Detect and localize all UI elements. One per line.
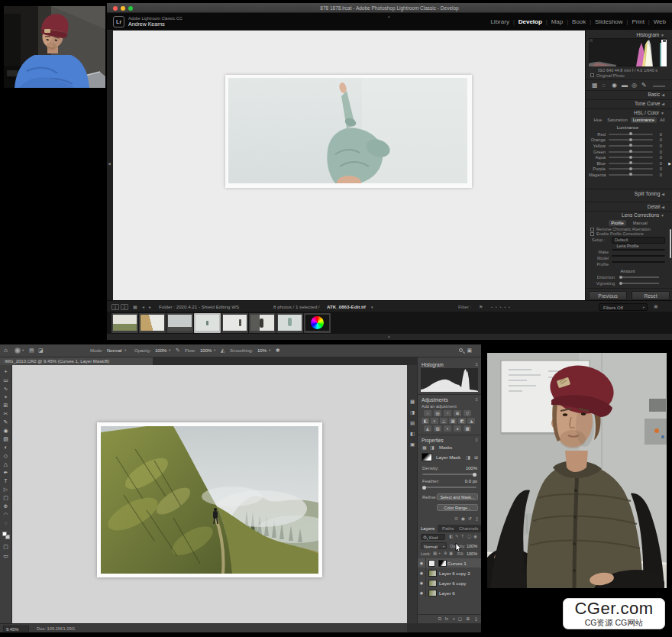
enable-profile-checkbox[interactable]	[590, 232, 594, 236]
document-canvas[interactable]	[12, 365, 407, 623]
mode-value[interactable]: Normal	[107, 348, 121, 353]
filter-type-icon[interactable]: ◉	[473, 535, 477, 539]
opacity-value[interactable]: 100%	[155, 348, 166, 353]
pixel-mask-icon[interactable]: ▦	[422, 445, 427, 450]
brush-preset-dropdown-icon[interactable]: ▾	[22, 349, 24, 353]
histogram-panel-title[interactable]: Histogram	[422, 362, 444, 367]
lens-tab-manual[interactable]: Manual	[631, 220, 650, 226]
hand-tool-icon[interactable]: ◠	[0, 512, 11, 518]
vector-mask-icon[interactable]: ◨	[430, 445, 435, 450]
module-slideshow[interactable]: Slideshow	[595, 18, 622, 25]
filter-type-icon[interactable]: ✎	[455, 535, 459, 539]
filmstrip-thumb-1[interactable]	[111, 313, 138, 333]
mask-apply-icon[interactable]: ◉	[461, 516, 465, 521]
add-mask-icon[interactable]: ▢	[458, 617, 462, 622]
distortion-slider[interactable]	[619, 276, 659, 278]
filename-dropdown-icon[interactable]: ▾	[371, 306, 373, 309]
smoothing-dropdown-icon[interactable]: ▾	[269, 349, 270, 353]
adjustment-icon[interactable]: △	[440, 418, 447, 424]
layer-mask-thumb[interactable]	[438, 560, 447, 567]
red-slider[interactable]	[609, 134, 653, 135]
lock-option-icon[interactable]: ⊕	[444, 551, 447, 556]
adjustment-icon[interactable]: ◮	[467, 418, 475, 424]
mask-option-icon[interactable]: ◨	[466, 455, 470, 460]
crop-tool-icon[interactable]: ⊞	[0, 403, 11, 409]
previous-button[interactable]: Previous	[589, 291, 627, 300]
adjustment-icon[interactable]: ▩	[464, 425, 471, 432]
crop-tool-icon[interactable]: ▦	[592, 82, 598, 89]
slice-tool-icon[interactable]: ✂	[0, 411, 11, 417]
opacity-dropdown-icon[interactable]: ▾	[169, 349, 170, 353]
orange-slider[interactable]	[609, 139, 653, 141]
collapse-filmstrip-icon[interactable]: ▴	[388, 335, 390, 338]
layers-opacity-value[interactable]: 100%	[467, 544, 477, 548]
canvas-photo[interactable]	[97, 422, 322, 577]
original-photo-checkbox[interactable]	[590, 73, 594, 77]
star-filter-icons[interactable]: • • • • •	[491, 305, 511, 310]
add-adjustment-icon[interactable]: ◐	[453, 617, 455, 622]
layer-row[interactable]: ◉ Layer 6 copy 2	[418, 568, 481, 577]
shape-tool-icon[interactable]: ▢	[0, 495, 11, 501]
adjustment-icon[interactable]: ◭	[424, 425, 431, 432]
collapse-top-panel-icon[interactable]: ▴	[388, 15, 390, 18]
dock-panel-icon[interactable]: ▣	[407, 441, 418, 448]
remove-ca-checkbox[interactable]	[590, 228, 594, 231]
blue-slider[interactable]	[609, 163, 653, 164]
panel-scrollbar[interactable]	[670, 229, 672, 258]
filmstrip-collapse-bar[interactable]: ▴	[107, 334, 672, 340]
module-develop[interactable]: Develop	[519, 18, 542, 25]
adjustment-icon[interactable]: ◔	[444, 410, 451, 416]
hide-right-panel-icon[interactable]: ▶	[668, 162, 671, 166]
left-panel-collapsed[interactable]: ◀	[107, 31, 113, 300]
healing-tool-icon[interactable]: ◉	[0, 428, 11, 434]
density-value[interactable]: 100%	[466, 466, 477, 471]
layer-visibility-icon[interactable]: ◉	[418, 588, 426, 597]
lock-option-icon[interactable]: ▣	[449, 551, 453, 556]
tool-strip-slider[interactable]	[653, 86, 665, 87]
module-library[interactable]: Library	[490, 18, 509, 25]
density-slider[interactable]	[422, 474, 477, 475]
filmstrip-thumb-8-colorwheel[interactable]	[304, 313, 331, 333]
hsl-tab-all[interactable]: All	[657, 117, 667, 123]
radial-filter-tool-icon[interactable]: ◎	[632, 82, 637, 89]
search-icon[interactable]	[459, 348, 463, 352]
brush-preset-icon[interactable]	[15, 348, 21, 354]
zoom-tool-icon[interactable]: ◌	[0, 520, 11, 525]
brush-panel-icon[interactable]: ▤	[29, 348, 34, 353]
filter-type-icon[interactable]: T	[461, 535, 464, 539]
lens-corrections-panel-header[interactable]: Lens Corrections ▼	[622, 212, 664, 218]
hsl-color-panel-header[interactable]: HSL / Color ▼	[634, 110, 664, 115]
color-range-button[interactable]: Color Range...	[437, 504, 478, 511]
vignetting-slider[interactable]	[619, 283, 659, 284]
filmstrip-thumb-6[interactable]	[249, 313, 276, 333]
blend-mode-dropdown[interactable]: Normal ▾	[421, 542, 447, 549]
quick-select-tool-icon[interactable]: ⌖	[0, 394, 11, 400]
adjustment-icon[interactable]: ▦	[449, 418, 457, 424]
adjustment-icon[interactable]: ◩	[458, 418, 466, 424]
mask-invert-icon[interactable]: ⊙	[454, 516, 458, 521]
adjustment-icon[interactable]: ⊞	[454, 410, 461, 416]
workspace-switcher-icon[interactable]: ▣	[467, 348, 472, 353]
foreground-color-swatch[interactable]	[2, 532, 7, 536]
dock-panel-icon[interactable]: ▦	[407, 399, 418, 405]
green-slider[interactable]	[609, 151, 653, 153]
next-photo-icon[interactable]: ▸	[149, 305, 151, 309]
loupe-photo[interactable]	[225, 75, 472, 188]
hsl-tab-hue[interactable]: Hue	[592, 117, 605, 123]
adjustment-icon[interactable]: ◖	[444, 425, 451, 432]
move-tool-icon[interactable]: +	[0, 369, 11, 374]
detail-panel-header[interactable]: Detail ◀	[648, 204, 664, 209]
graduated-filter-tool-icon[interactable]: ▬	[622, 82, 628, 89]
folder-breadcrumb[interactable]: Folder : 2020.4.21 - Shield Editing WS	[159, 305, 239, 310]
layer-mask-thumbnail[interactable]	[422, 453, 432, 461]
histogram-graph[interactable]	[589, 38, 667, 66]
histogram-panel-header[interactable]: Histogram ▼	[637, 32, 664, 37]
second-window-icon[interactable]: 2	[121, 304, 128, 310]
hsl-tab-saturation[interactable]: Saturation	[605, 117, 629, 123]
magenta-slider[interactable]	[609, 174, 653, 176]
tone-curve-panel-header[interactable]: Tone Curve ◀	[635, 101, 664, 106]
filters-off-dropdown[interactable]: Filters Off ▾	[599, 303, 648, 311]
adjustments-panel-title[interactable]: Adjustments	[422, 397, 448, 403]
layer-thumb[interactable]	[428, 580, 437, 587]
feather-slider[interactable]	[422, 487, 477, 488]
